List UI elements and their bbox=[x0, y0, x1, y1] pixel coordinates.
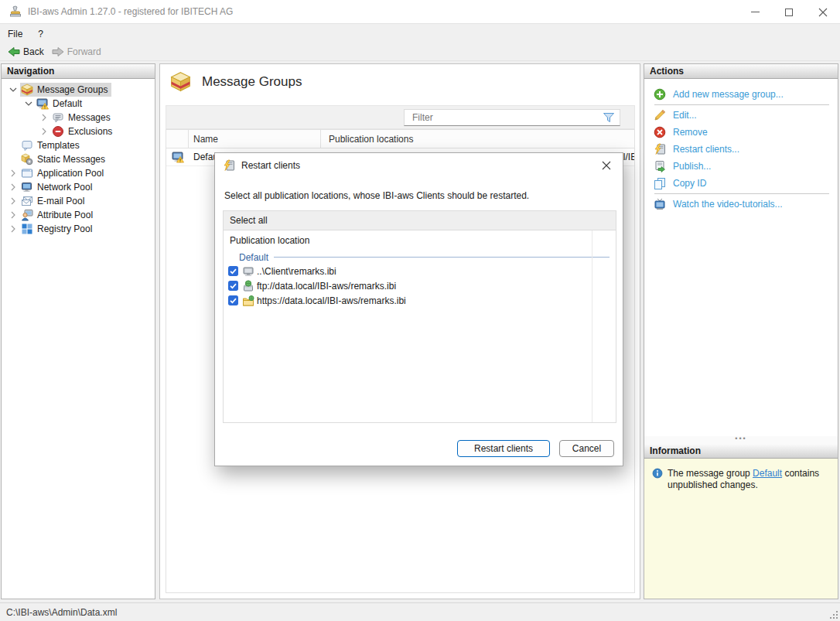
tree-item-application-pool[interactable]: Application Pool bbox=[2, 166, 155, 180]
column-divider bbox=[592, 230, 592, 422]
tree-item-exclusions[interactable]: Exclusions bbox=[2, 125, 155, 138]
chevron-right-icon[interactable] bbox=[37, 128, 51, 135]
dialog-close-button[interactable] bbox=[590, 153, 623, 178]
checkbox-checked-icon[interactable] bbox=[228, 295, 238, 305]
page-header: Message Groups bbox=[170, 71, 302, 92]
location-row[interactable]: ftp://data.local/IBI-aws/remarks.ibi bbox=[224, 278, 616, 293]
tree-label: Attribute Pool bbox=[37, 210, 93, 220]
remove-icon bbox=[654, 126, 666, 138]
navigation-panel: Navigation Message Groups Default Messag… bbox=[1, 63, 155, 599]
video-tutorials-icon bbox=[654, 198, 666, 210]
checkbox-checked-icon[interactable] bbox=[228, 281, 238, 291]
checkbox-checked-icon[interactable] bbox=[228, 266, 238, 276]
chevron-right-icon[interactable] bbox=[6, 211, 20, 219]
tree-item-registry-pool[interactable]: Registry Pool bbox=[2, 222, 155, 236]
action-add-message-group[interactable]: Add new message group... bbox=[644, 86, 838, 103]
maximize-button[interactable] bbox=[772, 0, 806, 24]
close-icon bbox=[818, 8, 828, 17]
forward-button[interactable]: Forward bbox=[50, 44, 106, 60]
network-pool-icon bbox=[21, 181, 33, 193]
separator bbox=[654, 104, 829, 105]
separator bbox=[654, 193, 829, 194]
chevron-right-icon[interactable] bbox=[37, 114, 51, 121]
forward-icon bbox=[52, 46, 64, 58]
filter-toolbar bbox=[166, 105, 635, 129]
action-edit[interactable]: Edit... bbox=[644, 107, 838, 124]
filter-icon[interactable] bbox=[603, 111, 615, 124]
chevron-right-icon[interactable] bbox=[6, 225, 20, 233]
name-column-header[interactable]: Name bbox=[189, 130, 321, 148]
restart-clients-dialog: Restart clients Select all publication l… bbox=[214, 152, 623, 466]
panel-splitter[interactable]: ••• bbox=[644, 436, 838, 444]
locations-column-header[interactable]: Publication locations bbox=[321, 130, 634, 148]
tree-label: Default bbox=[53, 98, 82, 109]
chevron-right-icon[interactable] bbox=[6, 183, 20, 191]
chevron-right-icon[interactable] bbox=[6, 197, 20, 205]
location-label: ..\Client\remarks.ibi bbox=[257, 266, 336, 277]
location-row[interactable]: ..\Client\remarks.ibi bbox=[224, 264, 616, 278]
location-label: ftp://data.local/IBI-aws/remarks.ibi bbox=[257, 281, 396, 292]
resize-grip-icon[interactable] bbox=[828, 609, 839, 620]
minimize-button[interactable] bbox=[738, 0, 772, 24]
back-button[interactable]: Back bbox=[6, 44, 49, 60]
tree-label: Static Messages bbox=[37, 154, 105, 165]
tree-item-attribute-pool[interactable]: Attribute Pool bbox=[2, 208, 155, 222]
tree-label: Application Pool bbox=[37, 168, 104, 179]
close-button[interactable] bbox=[806, 0, 840, 24]
info-default-link[interactable]: Default bbox=[753, 468, 782, 479]
right-panel: Actions Add new message group... Edit...… bbox=[644, 63, 838, 599]
group-label: Default bbox=[239, 252, 268, 263]
app-window: IBI-aws Admin 1.27.0 - registered for IB… bbox=[0, 0, 840, 621]
application-pool-icon bbox=[21, 167, 33, 179]
chevron-down-icon[interactable] bbox=[22, 101, 36, 107]
tree-item-email-pool[interactable]: E-mail Pool bbox=[2, 194, 155, 208]
location-row[interactable]: https://data.local/IBI-aws/remarks.ibi bbox=[224, 293, 616, 308]
menu-help[interactable]: ? bbox=[30, 26, 51, 42]
tree-label: Messages bbox=[68, 112, 111, 123]
chevron-right-icon[interactable] bbox=[6, 169, 20, 177]
add-icon bbox=[654, 88, 666, 101]
cancel-button[interactable]: Cancel bbox=[559, 440, 614, 457]
tree-label: Message Groups bbox=[37, 84, 108, 95]
tree-label: Registry Pool bbox=[37, 223, 92, 234]
tree-item-messages[interactable]: Messages bbox=[2, 111, 155, 125]
action-watch-tutorials[interactable]: Watch the video-tutorials... bbox=[644, 196, 838, 213]
close-icon bbox=[602, 161, 611, 170]
publish-icon bbox=[654, 160, 666, 172]
action-remove[interactable]: Remove bbox=[644, 124, 838, 141]
icon-column-header[interactable] bbox=[166, 130, 189, 148]
email-pool-icon bbox=[21, 195, 33, 207]
dialog-title: Restart clients bbox=[241, 160, 300, 171]
tree-item-network-pool[interactable]: Network Pool bbox=[2, 180, 155, 194]
tree-item-static-messages[interactable]: Static Messages bbox=[2, 152, 155, 166]
publication-location-column-header[interactable]: Publication location bbox=[224, 230, 616, 251]
exclusions-icon bbox=[52, 125, 64, 138]
action-copy-id[interactable]: Copy ID bbox=[644, 175, 838, 192]
status-bar: C:\IBI-aws\Admin\Data.xml bbox=[0, 602, 840, 621]
tree-item-message-groups[interactable]: Message Groups bbox=[2, 83, 155, 97]
tree-label: E-mail Pool bbox=[37, 196, 84, 206]
group-rule bbox=[274, 257, 610, 258]
filter-input[interactable] bbox=[405, 112, 603, 123]
chevron-down-icon[interactable] bbox=[6, 87, 20, 93]
tree-item-templates[interactable]: Templates bbox=[2, 138, 155, 152]
select-all-bar[interactable]: Select all bbox=[224, 211, 616, 230]
menu-file[interactable]: File bbox=[0, 26, 30, 42]
action-label: Add new message group... bbox=[673, 89, 784, 100]
publication-location-list: Select all Publication location Default … bbox=[223, 210, 616, 423]
tree-item-default[interactable]: Default bbox=[2, 97, 155, 111]
ftp-icon bbox=[242, 280, 254, 292]
action-publish[interactable]: Publish... bbox=[644, 158, 838, 175]
restart-clients-button[interactable]: Restart clients bbox=[457, 440, 550, 457]
action-label: Watch the video-tutorials... bbox=[673, 199, 783, 210]
title-bar: IBI-aws Admin 1.27.0 - registered for IB… bbox=[0, 0, 840, 24]
dialog-instruction: Select all publication locations, whose … bbox=[224, 190, 529, 201]
tree-label: Network Pool bbox=[37, 182, 92, 193]
action-restart-clients[interactable]: Restart clients... bbox=[644, 141, 838, 158]
edit-icon bbox=[654, 109, 666, 121]
information-header: Information bbox=[644, 444, 838, 459]
data-file-path: C:\IBI-aws\Admin\Data.xml bbox=[6, 607, 117, 618]
page-title: Message Groups bbox=[202, 74, 302, 90]
attribute-pool-icon bbox=[21, 209, 33, 221]
filter-box bbox=[404, 109, 620, 126]
